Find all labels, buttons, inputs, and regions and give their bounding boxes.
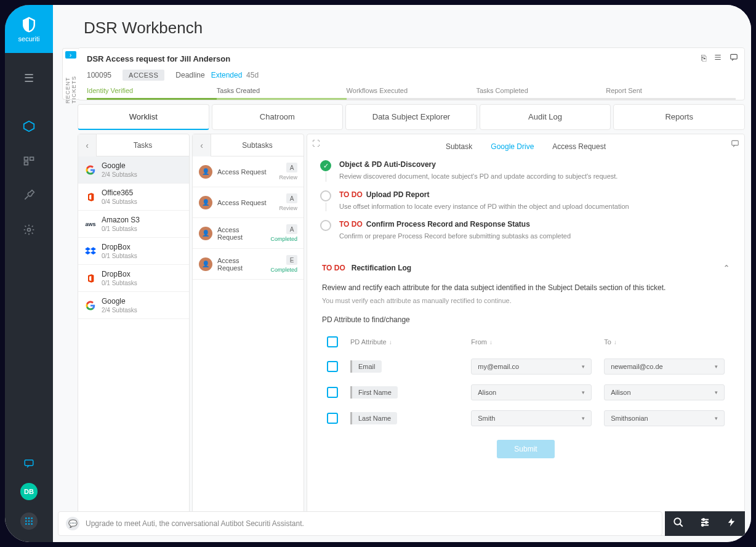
menu-toggle-icon[interactable]: ☰	[24, 71, 34, 85]
ticket-id: 100095	[87, 71, 111, 79]
timeline-title: Upload PD Report	[366, 190, 430, 199]
task-item-dropbox-2[interactable]: DropBox0/1 Subtasks	[78, 265, 189, 292]
progress-tasks-completed: Tasks Completed	[476, 87, 606, 100]
office-icon	[84, 272, 97, 285]
sidebar: securiti ☰ DB	[5, 5, 53, 542]
svg-rect-1	[25, 157, 28, 160]
svg-point-7	[28, 517, 30, 519]
subtask-status: Review	[279, 174, 297, 180]
tasks-back-button[interactable]: ‹	[78, 134, 97, 156]
auti-assistant-bar[interactable]: 💬 Upgrade to meet Auti, the conversation…	[58, 511, 662, 536]
todo-badge: TO DO	[339, 190, 363, 199]
svg-rect-2	[30, 157, 34, 160]
row-checkbox[interactable]	[327, 361, 338, 372]
detail-panel: ⛶ Subtask Google Drive Access Request ✓	[307, 134, 745, 536]
tab-worklist[interactable]: Worklist	[78, 104, 209, 130]
subtasks-panel: ‹ Subtasks 👤 Access Request AReview 👤 Ac…	[192, 134, 304, 536]
subtask-status: Completed	[270, 267, 297, 273]
task-item-dropbox-1[interactable]: DropBox0/1 Subtasks	[78, 238, 189, 265]
progress-tasks-created: Tasks Created	[217, 87, 347, 100]
tab-reports[interactable]: Reports	[613, 104, 745, 130]
subtask-item[interactable]: 👤 Access Request ECompleted	[193, 249, 304, 280]
comment-icon[interactable]	[730, 53, 738, 63]
breadcrumb-drive[interactable]: Google Drive	[491, 142, 534, 151]
svg-rect-19	[732, 140, 739, 145]
tab-audit[interactable]: Audit Log	[480, 104, 611, 130]
row-checkbox[interactable]	[327, 413, 338, 424]
from-select[interactable]: Alison▾	[471, 384, 592, 400]
subtasks-back-button[interactable]: ‹	[193, 134, 211, 156]
subtask-letter: A	[286, 224, 297, 234]
task-item-office365[interactable]: Office3650/4 Subtasks	[78, 184, 189, 211]
recent-tickets-label: RECENT TICKETS	[65, 76, 77, 103]
circle-icon	[320, 220, 331, 231]
task-item-google[interactable]: Google2/4 Subtasks	[78, 156, 189, 184]
ticket-title: DSR Access request for Jill Anderson	[87, 54, 736, 63]
list-icon[interactable]	[714, 53, 722, 63]
header-attribute[interactable]: PD Attribute	[350, 338, 387, 346]
recent-expand-button[interactable]: ›	[65, 51, 76, 59]
subtask-item[interactable]: 👤 Access Request AReview	[193, 156, 304, 187]
chat-bubble-icon: 💬	[66, 517, 79, 530]
nav-workflows-icon[interactable]	[22, 153, 36, 168]
filter-icon[interactable]	[699, 517, 710, 530]
circle-icon	[320, 190, 331, 201]
submit-button[interactable]: Submit	[497, 440, 554, 458]
export-icon[interactable]: ⎘	[701, 53, 706, 63]
rectification-section-title: PD Attribute to find/change	[322, 315, 730, 324]
select-all-checkbox[interactable]	[327, 336, 338, 347]
brand-name: securiti	[18, 35, 40, 43]
check-icon: ✓	[320, 160, 331, 171]
svg-point-4	[28, 229, 31, 232]
svg-point-8	[31, 517, 33, 519]
nav-tools-icon[interactable]	[22, 188, 36, 203]
svg-rect-5	[25, 460, 33, 466]
user-avatar[interactable]: DB	[20, 483, 38, 500]
user-avatar-icon: 👤	[199, 165, 212, 179]
row-checkbox[interactable]	[327, 387, 338, 398]
subtask-item[interactable]: 👤 Access Request AReview	[193, 187, 304, 218]
dropbox-icon	[84, 245, 97, 257]
search-icon[interactable]	[673, 517, 684, 530]
task-item-s3[interactable]: aws Amazon S30/1 Subtasks	[78, 211, 189, 238]
comment-icon[interactable]	[731, 139, 739, 150]
svg-point-23	[702, 519, 704, 521]
attribute-chip: Last Name	[350, 412, 397, 424]
to-select[interactable]: newemail@co.de▾	[604, 359, 725, 375]
svg-rect-18	[731, 54, 738, 59]
user-avatar-icon: 👤	[199, 196, 212, 209]
timeline-title: Object & PD Auti-Discovery	[339, 160, 732, 169]
svg-point-12	[25, 523, 27, 525]
svg-point-14	[31, 523, 33, 525]
task-item-google-2[interactable]: Google2/4 Subtasks	[78, 292, 189, 319]
from-select[interactable]: Smith▾	[471, 410, 592, 426]
svg-marker-0	[24, 121, 34, 132]
deadline-label: Deadline	[175, 71, 204, 79]
tasks-panel: ‹ Tasks Google2/4 Subtasks Office3650/4 …	[78, 134, 190, 536]
to-select[interactable]: Smithsonian▾	[604, 410, 725, 426]
timeline-desc: Confirm or prepare Process Record before…	[339, 231, 732, 241]
header-from[interactable]: From	[471, 338, 487, 346]
from-select[interactable]: my@email.co▾	[471, 359, 592, 375]
expand-icon[interactable]: ⛶	[312, 139, 320, 148]
app-switcher-icon[interactable]	[20, 513, 38, 530]
svg-line-21	[680, 524, 683, 527]
tab-explorer[interactable]: Data Subject Explorer	[345, 104, 477, 130]
subtask-item[interactable]: 👤 Access Request ACompleted	[193, 218, 304, 249]
user-avatar-icon: 👤	[199, 257, 212, 271]
to-select[interactable]: Ailison▾	[604, 384, 725, 400]
nav-home-icon[interactable]	[22, 119, 36, 134]
page-title: DSR Workbench	[53, 5, 751, 47]
nav-settings-icon[interactable]	[22, 222, 36, 237]
brand-logo[interactable]: securiti	[5, 5, 53, 53]
header-to[interactable]: To	[604, 338, 611, 346]
google-icon	[84, 164, 97, 176]
subtask-status: Review	[279, 205, 297, 211]
build-icon[interactable]	[726, 517, 737, 530]
tab-chatroom[interactable]: Chatroom	[212, 104, 344, 130]
svg-rect-3	[25, 162, 28, 165]
svg-point-11	[31, 521, 33, 522]
chat-icon[interactable]	[22, 456, 36, 471]
svg-point-25	[706, 522, 707, 524]
collapse-icon[interactable]: ⌃	[723, 264, 730, 272]
